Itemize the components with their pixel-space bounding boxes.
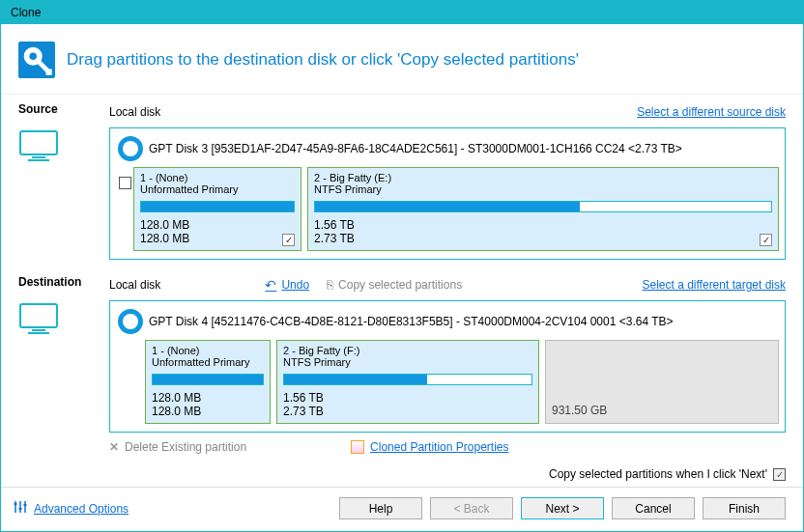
partition-used: 1.56 TB — [283, 391, 532, 405]
back-button: < Back — [430, 497, 513, 519]
svg-rect-8 — [14, 503, 17, 505]
partition-title: 1 - (None) — [140, 172, 295, 183]
partition-type: NTFS Primary — [283, 356, 532, 368]
usage-bar — [152, 374, 264, 385]
header: Drag partitions to the destination disk … — [1, 24, 803, 95]
cloned-partition-properties-button[interactable]: Cloned Partition Properties — [351, 440, 508, 454]
header-title: Drag partitions to the destination disk … — [67, 50, 579, 70]
svg-rect-2 — [20, 131, 57, 154]
finish-button[interactable]: Finish — [703, 497, 786, 519]
properties-icon — [351, 440, 364, 454]
copy-selected-partitions-button: ⎘Copy selected partitions — [327, 278, 462, 292]
free-space-size: 931.50 GB — [552, 404, 607, 417]
destination-disk-panel: GPT Disk 4 [45211476-C4CB-4D8E-8121-D80E… — [109, 300, 786, 433]
svg-rect-5 — [20, 304, 57, 327]
partition-used: 128.0 MB — [152, 391, 264, 405]
svg-rect-10 — [24, 504, 27, 506]
svg-rect-4 — [28, 159, 49, 161]
source-label: Source — [18, 102, 109, 116]
disk-icon — [118, 136, 143, 161]
delete-existing-partition-button: ✕Delete Existing partition — [109, 440, 246, 454]
partition-total: 128.0 MB — [140, 232, 295, 245]
usage-bar — [314, 201, 772, 212]
partition-used: 128.0 MB — [140, 218, 295, 232]
help-button[interactable]: Help — [339, 497, 422, 519]
free-space[interactable]: 931.50 GB — [545, 340, 779, 424]
source-partition-2[interactable]: 2 - Big Fatty (E:) NTFS Primary 1.56 TB2… — [307, 167, 779, 251]
dest-local-disk: Local disk — [109, 278, 160, 292]
partition-title: 2 - Big Fatty (F:) — [283, 345, 532, 356]
disk-icon — [118, 309, 143, 334]
sliders-icon — [13, 499, 28, 518]
svg-rect-3 — [32, 156, 45, 158]
partition-total: 2.73 TB — [314, 232, 772, 245]
svg-point-1 — [29, 52, 37, 60]
dest-partition-1[interactable]: 1 - (None) Unformatted Primary 128.0 MB1… — [145, 340, 271, 424]
partition-checkbox[interactable]: ✓ — [760, 234, 772, 246]
partition-checkbox[interactable]: ✓ — [282, 234, 295, 246]
source-disk-panel: GPT Disk 3 [953ED1AF-2D47-45A9-8FA6-18C4… — [109, 127, 786, 260]
select-all-checkbox[interactable] — [119, 177, 131, 189]
select-different-target-link[interactable]: Select a different target disk — [642, 278, 786, 292]
svg-rect-7 — [28, 332, 49, 334]
source-disk-id: GPT Disk 3 [953ED1AF-2D47-45A9-8FA6-18C4… — [149, 142, 682, 155]
partition-title: 2 - Big Fatty (E:) — [314, 172, 772, 183]
partition-type: NTFS Primary — [314, 183, 772, 195]
source-partition-1[interactable]: 1 - (None) Unformatted Primary 128.0 MB1… — [133, 167, 302, 251]
destination-label: Destination — [18, 275, 109, 289]
window-title: Clone — [11, 6, 41, 19]
select-different-source-link[interactable]: Select a different source disk — [637, 105, 786, 119]
monitor-icon — [18, 129, 59, 164]
usage-bar — [140, 201, 295, 212]
cancel-button[interactable]: Cancel — [612, 497, 695, 519]
copy-on-next-label: Copy selected partitions when I click 'N… — [549, 467, 767, 481]
destination-disk-id: GPT Disk 4 [45211476-C4CB-4D8E-8121-D80E… — [149, 315, 674, 328]
partition-title: 1 - (None) — [152, 345, 264, 356]
svg-rect-9 — [19, 508, 22, 510]
advanced-options-link[interactable]: Advanced Options — [13, 499, 129, 518]
usage-bar — [283, 374, 532, 385]
copy-icon: ⎘ — [327, 278, 333, 292]
window-titlebar: Clone — [1, 1, 803, 24]
undo-button[interactable]: ↶Undo — [265, 277, 309, 293]
clone-icon — [18, 42, 55, 78]
monitor-icon — [18, 302, 59, 337]
partition-type: Unformatted Primary — [152, 356, 264, 368]
partition-used: 1.56 TB — [314, 218, 772, 232]
next-button[interactable]: Next > — [521, 497, 604, 519]
x-icon: ✕ — [109, 440, 119, 454]
copy-on-next-checkbox[interactable]: ✓ — [773, 468, 786, 481]
source-local-disk: Local disk — [109, 105, 160, 119]
undo-icon: ↶ — [265, 277, 276, 293]
partition-total: 128.0 MB — [152, 405, 264, 418]
partition-total: 2.73 TB — [283, 405, 532, 418]
svg-rect-6 — [32, 329, 45, 331]
partition-type: Unformatted Primary — [140, 183, 295, 195]
dest-partition-2[interactable]: 2 - Big Fatty (F:) NTFS Primary 1.56 TB2… — [276, 340, 539, 424]
